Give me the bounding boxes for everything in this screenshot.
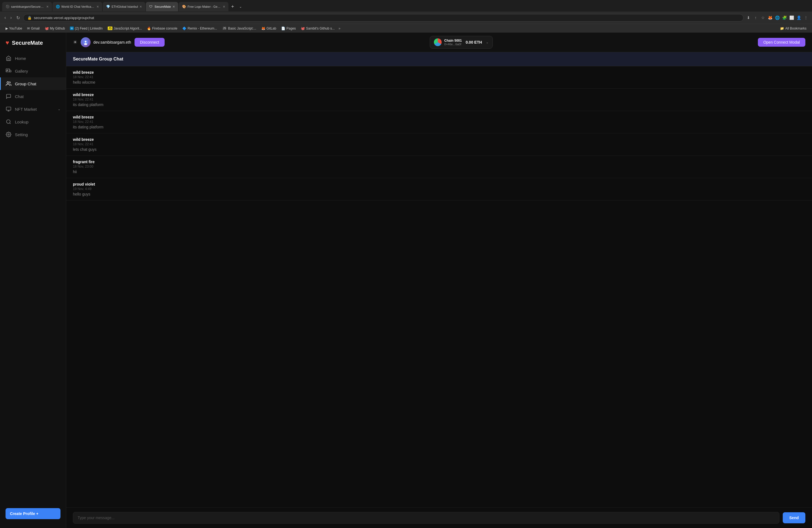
back-button[interactable]: ‹ <box>3 14 7 21</box>
user-icon[interactable]: 👤 <box>796 15 801 20</box>
bookmark-github[interactable]: 🐙 My Github <box>43 26 68 31</box>
bookmarks-more-icon[interactable]: » <box>338 27 340 30</box>
gallery-icon <box>5 68 12 74</box>
home-icon <box>5 55 12 61</box>
reload-button[interactable]: ↻ <box>15 14 21 21</box>
sidebar-item-group-chat-label: Group Chat <box>15 82 37 86</box>
pages-icon: 📄 <box>281 27 285 30</box>
svg-marker-1 <box>10 70 11 72</box>
share-icon[interactable]: ↑ <box>753 15 758 20</box>
header-left: ☀ dev.sambitsargam.eth Disconnect <box>73 37 164 47</box>
bookmark-sambit[interactable]: 🐙 Sambit's Github s... <box>299 26 337 31</box>
tab-worldid-label: World ID Chat Verification <box>61 5 95 8</box>
send-button[interactable]: Send <box>783 512 806 523</box>
bookmarks-bar: ▶ YouTube ✉ Gmail 🐙 My Github in (2) Fee… <box>0 24 812 33</box>
message-time: 18 Nov, 22:41 <box>73 142 806 146</box>
message-text: hello wlocme <box>73 80 806 85</box>
svg-rect-4 <box>6 107 11 111</box>
bookmark-firebase[interactable]: 🔥 Firebase console <box>145 26 179 31</box>
message-text: its dating platform <box>73 102 806 107</box>
chain-logo-icon <box>434 39 441 46</box>
securemate-tab-icon: 🛡 <box>149 5 153 9</box>
bookmark-basicjs[interactable]: JS Basic JavaScript:... <box>220 26 259 31</box>
tab-ethglobal-close[interactable]: × <box>140 4 142 9</box>
url-display: securemate.vercel.app/app/groupchat <box>34 16 739 20</box>
user-name-display: dev.sambitsargam.eth <box>93 40 131 44</box>
bookmark-linkedin[interactable]: in (2) Feed | LinkedIn <box>68 26 105 31</box>
bookmark-gmail[interactable]: ✉ Gmail <box>25 26 42 31</box>
gitlab-icon: 🦊 <box>261 27 265 30</box>
sambit-icon: 🐙 <box>301 27 305 30</box>
chain-chevron-icon: ⌄ <box>486 40 489 44</box>
setting-icon <box>5 131 12 137</box>
address-bar[interactable]: 🔒 securemate.vercel.app/app/groupchat <box>23 14 743 21</box>
disconnect-button[interactable]: Disconnect <box>134 38 164 47</box>
gmail-icon: ✉ <box>27 27 30 30</box>
star-icon[interactable]: ☆ <box>760 15 766 20</box>
tab-github[interactable]: ⚫ sambitsargam/SecureMate: S... × <box>2 2 52 11</box>
svg-point-3 <box>7 82 9 84</box>
svg-point-2 <box>8 70 8 71</box>
svg-point-11 <box>85 41 87 43</box>
basicjs-icon: JS <box>222 27 227 30</box>
sidebar-nav: Home Gallery Group Chat <box>0 52 66 504</box>
open-connect-modal-button[interactable]: Open Connect Modal <box>758 38 806 47</box>
ethglobal-tab-icon: 💎 <box>106 5 110 9</box>
sidebar-item-setting[interactable]: Setting <box>0 128 66 141</box>
bookmark-js[interactable]: JS JavaScript Algorit... <box>105 26 144 31</box>
extension1-icon[interactable]: 🌐 <box>774 15 780 20</box>
tab-logomaker-label: Free Logo Maker - Get Custo... <box>188 5 221 8</box>
sidebar-item-home-label: Home <box>15 56 26 61</box>
tab-ethglobal[interactable]: 💎 ETHGlobal Istanbul × <box>103 2 145 11</box>
tab-ethglobal-label: ETHGlobal Istanbul <box>112 5 138 8</box>
window-icon[interactable]: ⬜ <box>789 15 794 20</box>
bookmark-youtube[interactable]: ▶ YouTube <box>3 26 24 31</box>
more-icon[interactable]: ⋮ <box>803 15 809 20</box>
sidebar-item-lookup[interactable]: Lookup <box>0 115 66 128</box>
message-author: wild breeze <box>73 137 806 142</box>
message-text: hii <box>73 170 806 174</box>
bookmark-remix[interactable]: 🔷 Remix - Ethereum... <box>180 26 219 31</box>
bookmark-gitlab-label: GitLab <box>266 27 276 30</box>
message-author: wild breeze <box>73 115 806 119</box>
tab-worldid[interactable]: 🌐 World ID Chat Verification × <box>53 2 102 11</box>
profile-icon[interactable]: 🦊 <box>767 15 773 20</box>
tab-securemate-close[interactable]: × <box>173 4 175 9</box>
sidebar-item-nft-market[interactable]: NFT Market ⌄ <box>0 103 66 115</box>
sidebar-item-lookup-label: Lookup <box>15 120 28 124</box>
tab-github-label: sambitsargam/SecureMate: S... <box>11 5 45 8</box>
download-icon[interactable]: ⬇ <box>746 15 751 20</box>
bookmark-pages[interactable]: 📄 Pages <box>279 26 298 31</box>
lock-icon: 🔒 <box>27 16 32 20</box>
tab-logomaker[interactable]: 🎨 Free Logo Maker - Get Custo... × <box>179 2 228 11</box>
messages-container: wild breeze 18 Nov, 22:41 hello wlocme w… <box>66 66 812 507</box>
chain-info[interactable]: Chain 5001 0×46e...6a0f 0.00 ETH ⌄ <box>430 36 493 48</box>
sidebar-item-chat[interactable]: Chat <box>0 90 66 103</box>
app: ♥ SecureMate Home Gallery <box>0 33 812 528</box>
tab-worldid-close[interactable]: × <box>97 4 99 9</box>
create-profile-button[interactable]: Create Profile + <box>5 508 60 519</box>
theme-toggle-button[interactable]: ☀ <box>73 39 77 45</box>
message-input[interactable] <box>73 512 779 524</box>
message-author: fragrant fire <box>73 160 806 164</box>
sidebar-item-gallery[interactable]: Gallery <box>0 64 66 77</box>
bookmarks-folder-label: All Bookmarks <box>785 27 807 30</box>
bookmark-remix-label: Remix - Ethereum... <box>188 27 217 30</box>
tab-logomaker-close[interactable]: × <box>223 4 225 9</box>
main-content: ☀ dev.sambitsargam.eth Disconnect Chain … <box>66 33 812 528</box>
forward-button[interactable]: › <box>9 14 13 21</box>
lookup-icon <box>5 119 12 125</box>
nav-bar: ‹ › ↻ 🔒 securemate.vercel.app/app/groupc… <box>0 12 812 24</box>
puzzle-icon[interactable]: 🧩 <box>782 15 787 20</box>
message-time: 18 Nov, 22:41 <box>73 75 806 79</box>
tab-securemate[interactable]: 🛡 SecureMate × <box>146 2 178 11</box>
bookmark-gitlab[interactable]: 🦊 GitLab <box>259 26 278 31</box>
user-info: dev.sambitsargam.eth <box>81 37 131 47</box>
bookmarks-folder[interactable]: 📁 All Bookmarks <box>778 26 809 31</box>
bookmark-js-label: JavaScript Algorit... <box>114 27 142 30</box>
new-tab-button[interactable]: + <box>229 3 236 11</box>
tab-github-close[interactable]: × <box>46 4 48 9</box>
tabs-more-button[interactable]: ⌄ <box>237 4 244 10</box>
sidebar-item-home[interactable]: Home <box>0 52 66 64</box>
sidebar-item-group-chat[interactable]: Group Chat <box>0 77 66 90</box>
